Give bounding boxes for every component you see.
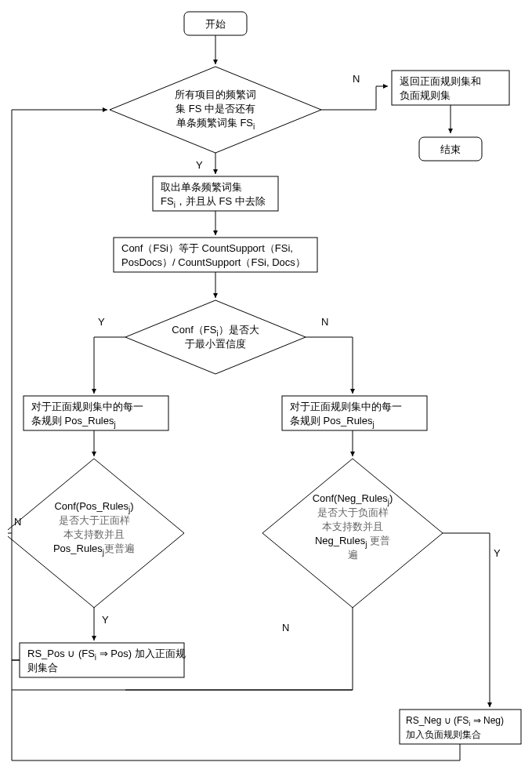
d4-line2: 是否大于负面样 xyxy=(317,506,389,518)
d4-n-label: N xyxy=(282,622,289,633)
p2-line2: PosDocs）/ CountSupport（FSi, Docs） xyxy=(121,256,306,268)
d2-n-label: N xyxy=(321,316,328,328)
d3-line3: 本支持数并且 xyxy=(63,528,125,540)
end-label: 结束 xyxy=(440,143,461,155)
p6-line2: 加入负面规则集合 xyxy=(406,729,481,740)
flowchart: 开始 所有项目的频繁词 集 FS 中是否还有 单条频繁词集 FSi N 返回正面… xyxy=(8,8,524,776)
svg-rect-23 xyxy=(86,678,125,694)
p1-line1: 取出单条频繁词集 xyxy=(161,181,242,193)
d3-n-label: N xyxy=(14,516,21,528)
d1-n-label: N xyxy=(353,73,360,85)
d1-y-label: Y xyxy=(196,159,203,171)
p4-line1: 对于正面规则集中的每一 xyxy=(290,401,402,412)
ret-line1: 返回正面规则集和 xyxy=(400,75,481,87)
d3-line2: 是否大于正面样 xyxy=(59,514,130,526)
decision-neg-rule-check xyxy=(262,459,443,608)
d2-y-label: Y xyxy=(98,316,105,328)
p2-line1: Conf（FSi）等于 CountSupport（FSi, xyxy=(121,242,293,254)
p3-line1: 对于正面规则集中的每一 xyxy=(31,401,143,412)
p5-line2: 则集合 xyxy=(27,662,58,673)
d2-line2: 于最小置信度 xyxy=(185,338,246,350)
d1-line2: 集 FS 中是否还有 xyxy=(176,103,255,114)
d4-line3: 本支持数并且 xyxy=(322,521,383,532)
p6-line1: RS_Neg ∪ (FSi ⇒ Neg) xyxy=(406,715,504,728)
decision-conf-min xyxy=(125,300,306,374)
d3-y-label: Y xyxy=(102,614,109,626)
d4-line5: 遍 xyxy=(348,549,358,561)
start-label: 开始 xyxy=(205,18,226,30)
d4-y-label: Y xyxy=(494,547,501,559)
ret-line2: 负面规则集 xyxy=(400,89,451,101)
d1-line1: 所有项目的频繁词 xyxy=(175,89,256,100)
